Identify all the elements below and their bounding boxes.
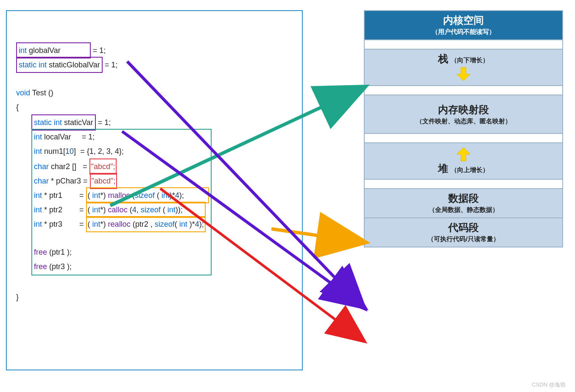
mem-kernel-sub: （用户代码不能读写） [366,28,561,36]
mem-mmap: 内存映射段 （文件映射、动态库、匿名映射） [364,95,563,134]
mem-code-title: 代码段 [366,221,561,234]
heap-alloc-box: ( int*) calloc (4, sizeof ( int)); [86,202,206,218]
mem-heap-title: 堆 [438,163,448,174]
heap-alloc-box: ( int*) malloc (sizeof ( int)*4); [86,187,209,203]
mem-data-title: 数据段 [366,192,561,205]
mem-data: 数据段 （全局数据、静态数据） [364,189,563,218]
arrow-up-icon [455,147,472,162]
code-line: static int staticGlobalVar = 1; [16,57,293,71]
global-var-box: int globalVar [16,42,91,58]
code-line: { [16,100,293,114]
static-var-box: static int staticVar [31,114,96,131]
mem-gap [364,134,563,143]
mem-mmap-sub: （文件映射、动态库、匿名映射） [366,117,561,125]
mem-stack-title: 栈 [438,53,448,64]
arrow-down-icon [455,67,472,82]
static-global-box: static int staticGlobalVar [16,57,103,73]
mem-heap: 堆 （向上增长） [364,143,563,180]
mem-gap [364,180,563,189]
stack-vars-box: int localVar = 1; int num1[10] = {1, 2, … [31,129,212,275]
mem-stack: 栈 （向下增长） [364,50,563,86]
mem-mmap-title: 内存映射段 [366,103,561,117]
mem-gap [364,86,563,95]
code-line: void Test () [16,86,293,100]
string-literal-box: "abcd"; [90,173,117,189]
mem-gap [364,40,563,50]
code-line: static int staticVar = 1; [31,114,293,129]
mem-data-sub: （全局数据、静态数据） [366,206,561,214]
mem-kernel: 内核空间 （用户代码不能读写） [364,10,563,40]
mem-kernel-title: 内核空间 [366,14,561,27]
memory-layout: 内核空间 （用户代码不能读写） 栈 （向下增长） 内存映射段 （文件映射、动态库… [364,10,563,247]
code-panel: int globalVar = 1; static int staticGlob… [6,10,303,370]
code-line: int globalVar = 1; [16,42,293,57]
heap-alloc-box: ( int*) realloc (ptr2 , sizeof( int )*4)… [86,216,206,232]
mem-heap-note: （向上增长） [451,166,489,173]
watermark: CSDN @逸狼 [532,381,566,389]
code-line: } [16,290,293,304]
mem-stack-note: （向下增长） [451,56,489,64]
mem-code-sub: （可执行代码/只读常量） [366,235,561,243]
mem-code: 代码段 （可执行代码/只读常量） [364,218,563,247]
string-literal-box: "abcd"; [89,158,117,175]
